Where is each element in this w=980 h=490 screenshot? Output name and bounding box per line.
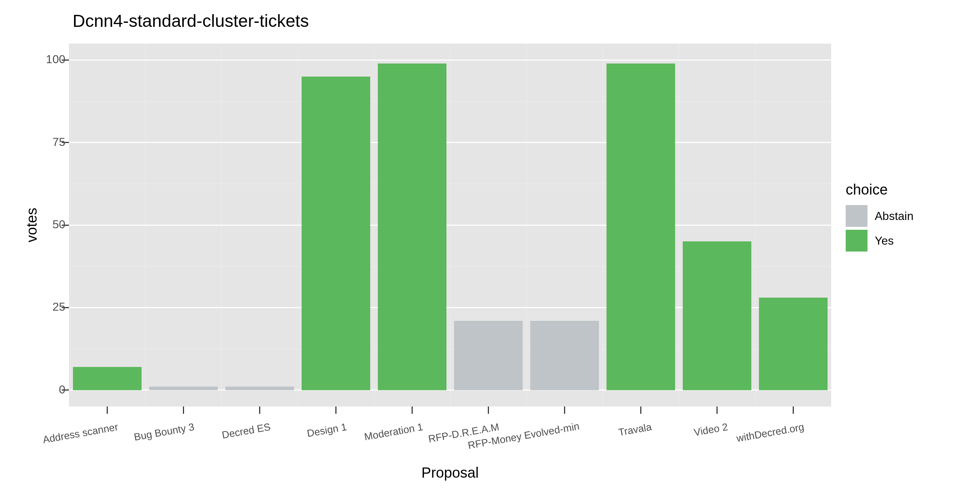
legend: choice Abstain Yes: [846, 181, 966, 255]
x-tick-mark: [716, 407, 718, 414]
bar: [302, 76, 370, 390]
gridline-v-minor: [755, 43, 755, 407]
bar: [759, 298, 827, 390]
chart-title: Dcnn4-standard-cluster-tickets: [73, 11, 309, 31]
gridline-v-minor: [526, 43, 527, 407]
bar: [73, 367, 142, 390]
x-tick-mark: [640, 407, 641, 414]
x-tick-mark: [488, 407, 489, 414]
y-tick-label: 50: [29, 218, 65, 231]
gridline-v-minor: [679, 43, 679, 407]
x-tick-mark: [107, 407, 108, 414]
x-tick-mark: [183, 407, 184, 414]
bar: [378, 64, 447, 390]
x-tick-mark: [793, 407, 794, 414]
x-tick-mark: [412, 407, 413, 414]
gridline-v-minor: [298, 43, 298, 407]
gridline-v-minor: [374, 43, 374, 407]
bar: [530, 321, 599, 390]
bar: [149, 387, 218, 390]
y-tick-label: 100: [29, 52, 65, 66]
gridline-v-minor: [221, 43, 222, 407]
gridline-v-minor: [145, 43, 146, 407]
bar: [225, 387, 294, 390]
y-tick-label: 75: [29, 135, 65, 149]
gridline-v-minor: [603, 43, 603, 407]
y-tick-label: 25: [29, 300, 65, 313]
legend-title: choice: [846, 181, 966, 198]
legend-label-abstain: Abstain: [875, 210, 913, 223]
legend-swatch-yes: [846, 230, 867, 251]
bar: [454, 321, 523, 390]
legend-swatch-abstain: [846, 205, 867, 227]
y-tick-label: 0: [29, 383, 65, 396]
gridline-v-minor: [450, 43, 450, 407]
chart-container: Dcnn4-standard-cluster-tickets votes Pro…: [0, 0, 980, 490]
bar: [606, 64, 675, 390]
bar: [683, 241, 751, 390]
legend-item-abstain: Abstain: [846, 205, 966, 227]
x-tick-mark: [564, 407, 565, 414]
legend-item-yes: Yes: [846, 230, 966, 251]
x-tick-mark: [336, 407, 336, 414]
x-tick-mark: [259, 407, 260, 414]
legend-label-yes: Yes: [875, 234, 894, 248]
plot-area: [69, 43, 831, 407]
x-axis-label: Proposal: [69, 465, 831, 481]
